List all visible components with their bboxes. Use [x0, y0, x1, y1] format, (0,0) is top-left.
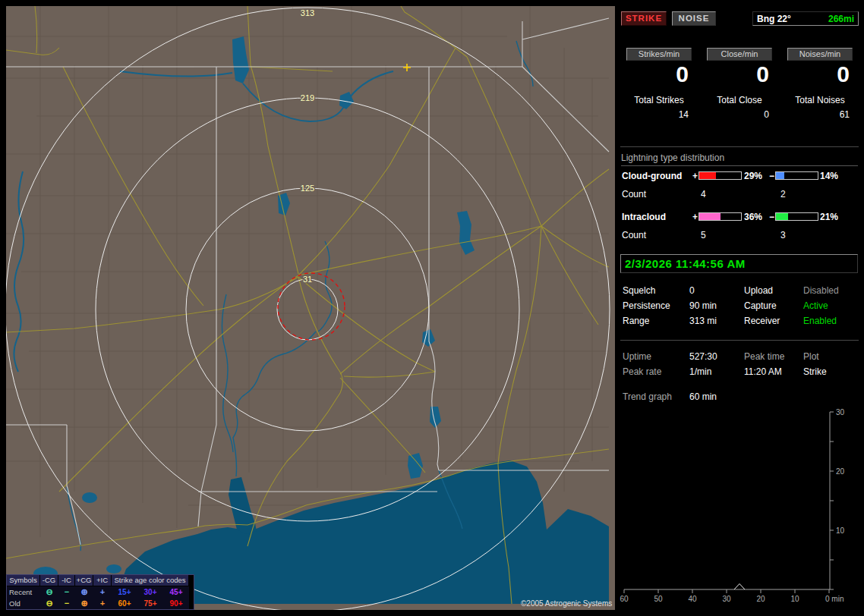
x-tick-label: 50: [654, 595, 663, 603]
y-tick-label: 10: [836, 526, 845, 535]
ic-negative-bar: [775, 212, 818, 221]
plot-value: Strike: [803, 364, 860, 379]
uptime-value: 527:30: [689, 349, 744, 364]
legend-type-header-nic: -IC: [58, 575, 75, 586]
legend-type-header-pcg: +CG: [75, 575, 93, 586]
legend-age-header: Strike age color codes: [112, 575, 189, 586]
close-column: Close/min 0 Total Close 0: [699, 48, 780, 120]
total-close-label: Total Close: [717, 95, 762, 105]
cloud-ground-row: Cloud-ground + 29% − 14%: [619, 171, 860, 181]
age-code-15: 15+: [112, 586, 137, 598]
strikes-per-min-label: Strikes/min: [626, 48, 692, 61]
squelch-label: Squelch: [623, 283, 689, 298]
map-legend: Symbols -CG -IC +CG +IC Strike age color…: [6, 574, 194, 610]
x-tick-label: 40: [688, 595, 697, 603]
x-end-label: 0 min: [825, 595, 844, 603]
persistence-label: Persistence: [623, 298, 689, 313]
y-axis-ticks: [830, 412, 834, 589]
capture-value: Active: [803, 298, 860, 313]
distribution-title: Lightning type distribution: [621, 152, 858, 166]
strikes-per-min-value: 0: [619, 62, 699, 86]
cloud-ground-label: Cloud-ground: [622, 171, 682, 181]
map[interactable]: 313 219 125 31 Symbols -CG -IC +CG +IC S…: [6, 6, 615, 610]
ic-minus-icon: −: [58, 586, 75, 598]
ring-label-31: 31: [303, 275, 312, 284]
datetime-box: 2/3/2026 11:44:56 AM: [620, 254, 858, 273]
minus-sign: −: [769, 212, 774, 222]
noises-per-min-label: Noises/min: [787, 48, 853, 61]
minus-sign: −: [769, 171, 774, 181]
range-value: 313 mi: [689, 313, 744, 328]
x-tick-label: 20: [756, 595, 765, 603]
age-code-60: 60+: [112, 598, 137, 609]
age-code-90: 90+: [163, 598, 189, 609]
copyright-text: ©2005 Astrogenic Systems: [521, 599, 612, 608]
y-tick-label: 20: [836, 467, 845, 476]
rate-counters: Strikes/min 0 Total Strikes 14 Close/min…: [619, 48, 860, 120]
total-noises-label: Total Noises: [795, 95, 844, 105]
bearing-readout: Bng 22° 266mi: [752, 11, 859, 26]
close-per-min-label: Close/min: [707, 48, 772, 61]
count-label: Count: [622, 230, 646, 240]
peak-time-value: 11:20 AM: [744, 364, 803, 379]
noise-toggle-button[interactable]: NOISE: [672, 11, 716, 26]
x-axis-ticks: [624, 589, 829, 593]
noises-per-min-value: 0: [780, 62, 860, 86]
age-code-45: 45+: [163, 586, 189, 598]
upload-label: Upload: [744, 283, 803, 298]
ic-plus-old-icon: +: [93, 598, 112, 609]
app-window: 313 219 125 31 Symbols -CG -IC +CG +IC S…: [0, 0, 864, 616]
cg-positive-count: 4: [701, 189, 706, 200]
receiver-value: Enabled: [803, 313, 860, 328]
close-per-min-value: 0: [699, 62, 780, 86]
bar-fill: [776, 213, 788, 220]
trend-graph: 30 20 10 60 50 40 30 20 10 0 min: [619, 406, 860, 611]
separator: [620, 340, 859, 341]
legend-type-header-pic: +IC: [93, 575, 112, 586]
persistence-value: 90 min: [689, 298, 744, 313]
ic-positive-count: 5: [701, 230, 706, 240]
intracloud-row: Intracloud + 36% − 21%: [619, 212, 860, 222]
plus-sign: +: [692, 171, 698, 181]
ic-negative-pct: 21%: [820, 212, 838, 222]
cg-plus-old-icon: ⊕: [75, 598, 93, 609]
peak-time-label: Peak time: [744, 349, 803, 364]
upload-value: Disabled: [803, 283, 860, 298]
cg-positive-pct: 29%: [744, 171, 762, 181]
plot-label: Plot: [803, 349, 860, 364]
total-strikes-label: Total Strikes: [634, 95, 683, 105]
trend-spike: [734, 584, 745, 590]
bar-fill: [776, 172, 784, 179]
status-panel: STRIKE NOISE Bng 22° 266mi Strikes/min 0…: [619, 0, 864, 616]
ring-label-219: 219: [301, 93, 314, 102]
total-close-value: 0: [699, 109, 780, 120]
legend-row-label-recent: Recent: [7, 586, 40, 598]
cg-positive-bar: [698, 171, 742, 180]
ic-negative-count: 3: [780, 230, 786, 240]
bearing-distance: 266mi: [828, 14, 854, 24]
legend-row-label-old: Old: [7, 598, 40, 609]
bar-fill: [699, 172, 716, 179]
total-noises-value: 61: [780, 109, 860, 120]
peak-rate-label: Peak rate: [623, 364, 689, 379]
squelch-value: 0: [689, 283, 744, 298]
ic-minus-old-icon: −: [58, 598, 75, 609]
cg-negative-count: 2: [780, 189, 786, 200]
ic-plus-icon: +: [93, 586, 112, 598]
bar-fill: [699, 213, 721, 220]
x-tick-label: 10: [790, 595, 799, 603]
range-label: Range: [623, 313, 689, 328]
intracloud-label: Intracloud: [622, 212, 666, 222]
uptime-label: Uptime: [623, 349, 689, 364]
legend-symbols-header: Symbols: [7, 575, 40, 586]
separator: [620, 146, 859, 147]
total-strikes-value: 14: [619, 109, 699, 120]
ring-label-125: 125: [301, 184, 314, 193]
age-code-75: 75+: [137, 598, 163, 609]
trend-row: Trend graph 60 min: [623, 389, 860, 404]
count-label: Count: [622, 189, 646, 200]
receiver-label: Receiver: [744, 313, 803, 328]
legend-type-header-ncg: -CG: [40, 575, 58, 586]
strike-toggle-button[interactable]: STRIKE: [621, 11, 667, 26]
peak-rate-value: 1/min: [689, 364, 744, 379]
